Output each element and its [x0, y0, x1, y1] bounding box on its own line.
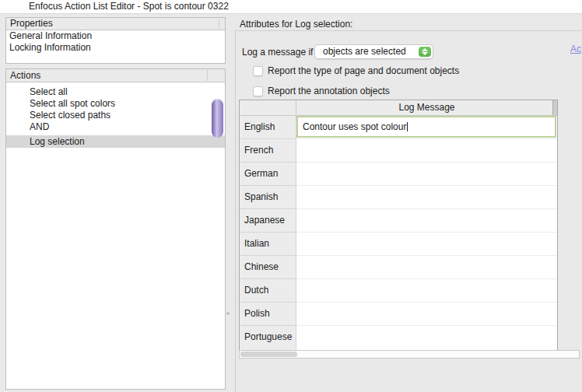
message-editor-field[interactable]: Contour uses spot colour [296, 116, 556, 138]
report-annotation-objects-label: Report the annotation objects [268, 86, 390, 96]
report-page-objects-label: Report the type of page and document obj… [268, 66, 459, 76]
header-divider [219, 19, 219, 29]
properties-item-locking-information[interactable]: Locking Information [6, 42, 225, 54]
message-cell[interactable] [296, 139, 557, 163]
message-cell[interactable] [296, 233, 557, 256]
language-label: Polish [240, 303, 296, 326]
actions-link[interactable]: Ac [570, 44, 581, 54]
table-horizontal-scrollbar[interactable] [239, 350, 580, 359]
table-row-italian: Italian [240, 233, 557, 256]
log-condition-dropdown[interactable]: objects are selected [314, 44, 433, 59]
log-message-column-header: Log Message [296, 100, 557, 115]
report-page-objects-checkbox[interactable] [253, 66, 263, 76]
message-cell[interactable] [296, 256, 557, 279]
title-bar[interactable]: Enfocus Action List Editor - Spot is con… [0, 0, 582, 14]
log-condition-selected-value: objects are selected [323, 45, 406, 58]
message-cell[interactable] [296, 186, 557, 209]
table-row-chinese: Chinese [240, 256, 557, 279]
table-row-german: German [240, 163, 557, 186]
message-cell[interactable] [296, 279, 557, 303]
action-item-select-all[interactable]: Select all [6, 86, 225, 98]
table-row-dutch: Dutch [240, 279, 557, 303]
message-cell[interactable] [296, 303, 557, 326]
properties-header-label: Properties [10, 18, 53, 29]
message-cell[interactable] [296, 209, 557, 233]
language-label: Portuguese [240, 326, 296, 351]
text-caret [407, 122, 408, 131]
language-label: Chinese [240, 256, 296, 279]
header-divider [207, 70, 208, 81]
properties-panel: Properties General Information Locking I… [5, 17, 226, 64]
actions-header: Actions [6, 69, 225, 82]
splitter-handle-dot[interactable] [226, 312, 230, 315]
actions-panel: Actions Select all Select all spot color… [5, 68, 226, 390]
actions-scrollbar-thumb[interactable] [212, 99, 223, 138]
action-item-select-closed-paths[interactable]: Select closed paths [6, 110, 225, 121]
action-item-and[interactable]: AND [6, 121, 225, 133]
language-label: Italian [240, 233, 296, 256]
message-cell[interactable] [296, 163, 557, 186]
chevron-up-down-icon [419, 47, 431, 57]
action-item-select-all-spot-colors[interactable]: Select all spot colors [6, 98, 225, 110]
table-scrollbar-corner [552, 100, 557, 115]
message-cell[interactable] [296, 326, 557, 351]
table-horizontal-scrollbar-thumb[interactable] [240, 352, 297, 357]
table-row-english: English Contour uses spot colour [240, 116, 557, 139]
language-column-header [240, 100, 296, 115]
table-row-french: French [240, 139, 557, 163]
attributes-title: Attributes for Log selection: [240, 19, 352, 30]
table-row-portuguese: Portuguese [240, 326, 557, 351]
language-label: English [240, 116, 296, 139]
language-label: Japanese [240, 209, 296, 233]
message-text: Contour uses spot colour [303, 121, 406, 132]
actions-header-label: Actions [10, 70, 40, 81]
properties-header: Properties [6, 18, 225, 30]
table-row-polish: Polish [240, 303, 557, 326]
language-label: German [240, 163, 296, 186]
log-message-table: Log Message English Contour uses spot co… [239, 100, 558, 350]
language-label: Spanish [240, 186, 296, 209]
properties-item-general-information[interactable]: General Information [6, 30, 225, 42]
language-label: Dutch [240, 279, 296, 303]
message-cell[interactable]: Contour uses spot colour [296, 116, 557, 139]
table-row-spanish: Spanish [240, 186, 557, 209]
report-annotation-objects-checkbox[interactable] [253, 86, 263, 96]
action-item-log-selection[interactable]: Log selection [6, 135, 225, 148]
table-row-japanese: Japanese [240, 209, 557, 233]
window-title: Enfocus Action List Editor - Spot is con… [29, 0, 229, 13]
actions-list: Select all Select all spot colors Select… [6, 82, 225, 148]
action-list-editor-window: Enfocus Action List Editor - Spot is con… [0, 0, 582, 392]
log-condition-label: Log a message if [242, 47, 313, 58]
table-header-row: Log Message [240, 100, 557, 116]
language-label: French [240, 139, 296, 163]
